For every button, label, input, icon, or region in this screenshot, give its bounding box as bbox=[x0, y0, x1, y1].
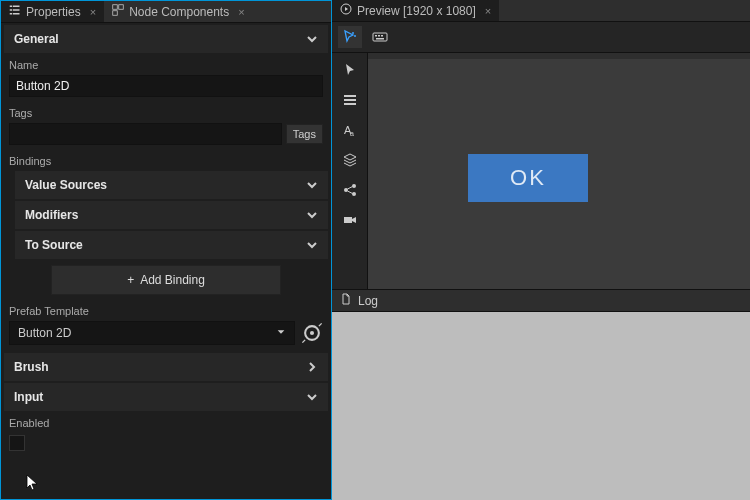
name-label: Name bbox=[1, 55, 331, 73]
plus-icon: + bbox=[127, 273, 134, 287]
tab-node-components[interactable]: Node Components × bbox=[104, 1, 253, 22]
svg-rect-18 bbox=[376, 38, 384, 40]
chevron-down-icon bbox=[306, 179, 318, 191]
section-label: Modifiers bbox=[25, 208, 78, 222]
right-panel: Preview [1920 x 1080] × bbox=[332, 0, 750, 500]
section-brush[interactable]: Brush bbox=[4, 353, 328, 381]
grid-tool[interactable] bbox=[338, 89, 362, 111]
interact-tool[interactable] bbox=[338, 26, 362, 48]
keyboard-tool[interactable] bbox=[368, 26, 392, 48]
section-modifiers[interactable]: Modifiers bbox=[15, 201, 328, 229]
tags-label: Tags bbox=[1, 103, 331, 121]
svg-rect-6 bbox=[113, 5, 118, 10]
svg-point-10 bbox=[310, 331, 314, 335]
svg-rect-15 bbox=[375, 35, 377, 37]
section-label: Value Sources bbox=[25, 178, 107, 192]
svg-rect-19 bbox=[344, 95, 356, 97]
button-label: Add Binding bbox=[140, 273, 205, 287]
left-tabs: Properties × Node Components × bbox=[1, 1, 331, 23]
camera-tool[interactable] bbox=[338, 209, 362, 231]
svg-rect-17 bbox=[381, 35, 383, 37]
log-panel: Log bbox=[332, 290, 750, 500]
section-label: Input bbox=[14, 390, 43, 404]
log-body[interactable] bbox=[332, 312, 750, 500]
chevron-down-icon bbox=[306, 209, 318, 221]
prefab-select[interactable]: Button 2D bbox=[9, 321, 295, 345]
chevron-down-icon bbox=[306, 391, 318, 403]
tags-input[interactable] bbox=[9, 123, 282, 145]
log-label: Log bbox=[358, 294, 378, 308]
svg-point-25 bbox=[352, 184, 356, 188]
tab-label: Node Components bbox=[129, 5, 229, 19]
svg-rect-1 bbox=[13, 6, 20, 8]
close-icon[interactable]: × bbox=[90, 6, 96, 18]
preview-side-toolbar: Aa bbox=[332, 53, 368, 289]
section-general[interactable]: General bbox=[4, 25, 328, 53]
preview-canvas[interactable]: OK bbox=[368, 59, 750, 289]
pointer-tool[interactable] bbox=[338, 59, 362, 81]
svg-rect-0 bbox=[10, 6, 12, 8]
chevron-down-icon bbox=[306, 33, 318, 45]
prefab-label: Prefab Template bbox=[1, 301, 331, 319]
ok-button-node[interactable]: OK bbox=[468, 154, 588, 202]
properties-panel: Properties × Node Components × General N… bbox=[0, 0, 332, 500]
svg-rect-7 bbox=[119, 5, 124, 10]
tab-label: Preview [1920 x 1080] bbox=[357, 4, 476, 18]
preview-tabs: Preview [1920 x 1080] × bbox=[332, 0, 750, 22]
svg-rect-16 bbox=[378, 35, 380, 37]
svg-rect-27 bbox=[344, 217, 352, 223]
svg-rect-2 bbox=[10, 9, 12, 11]
close-icon[interactable]: × bbox=[485, 5, 491, 17]
close-icon[interactable]: × bbox=[238, 6, 244, 18]
add-binding-button[interactable]: + Add Binding bbox=[51, 265, 281, 295]
section-value-sources[interactable]: Value Sources bbox=[15, 171, 328, 199]
properties-body: General Name Tags Tags Bindings Value So… bbox=[1, 23, 331, 499]
components-icon bbox=[112, 4, 124, 19]
tab-label: Properties bbox=[26, 5, 81, 19]
layers-tool[interactable] bbox=[338, 149, 362, 171]
svg-rect-20 bbox=[344, 99, 356, 101]
play-icon bbox=[340, 3, 352, 18]
bindings-label: Bindings bbox=[1, 151, 331, 169]
select-value: Button 2D bbox=[18, 326, 71, 340]
svg-point-12 bbox=[352, 32, 354, 34]
svg-point-13 bbox=[354, 35, 356, 37]
tags-button[interactable]: Tags bbox=[286, 124, 323, 144]
chevron-down-icon bbox=[306, 239, 318, 251]
section-to-source[interactable]: To Source bbox=[15, 231, 328, 259]
name-input[interactable] bbox=[9, 75, 323, 97]
locate-button[interactable] bbox=[301, 322, 323, 344]
svg-rect-8 bbox=[113, 11, 118, 16]
log-header[interactable]: Log bbox=[332, 290, 750, 312]
svg-rect-5 bbox=[13, 13, 20, 15]
tab-preview[interactable]: Preview [1920 x 1080] × bbox=[332, 0, 499, 21]
document-icon bbox=[340, 293, 352, 308]
enabled-label: Enabled bbox=[1, 413, 331, 431]
svg-text:a: a bbox=[350, 130, 354, 137]
svg-rect-4 bbox=[10, 13, 12, 15]
text-tool[interactable]: Aa bbox=[338, 119, 362, 141]
preview-area: Aa OK bbox=[332, 22, 750, 290]
section-label: To Source bbox=[25, 238, 83, 252]
share-tool[interactable] bbox=[338, 179, 362, 201]
section-label: General bbox=[14, 32, 59, 46]
chevron-right-icon bbox=[306, 361, 318, 373]
tab-properties[interactable]: Properties × bbox=[1, 1, 104, 22]
section-input[interactable]: Input bbox=[4, 383, 328, 411]
preview-top-toolbar bbox=[332, 22, 750, 53]
enabled-checkbox[interactable] bbox=[9, 435, 25, 451]
svg-rect-14 bbox=[373, 33, 387, 41]
section-label: Brush bbox=[14, 360, 49, 374]
chevron-down-icon bbox=[276, 326, 286, 340]
svg-rect-21 bbox=[344, 103, 356, 105]
svg-point-26 bbox=[352, 192, 356, 196]
list-icon bbox=[9, 4, 21, 19]
svg-rect-3 bbox=[13, 9, 20, 11]
ok-label: OK bbox=[510, 165, 546, 191]
